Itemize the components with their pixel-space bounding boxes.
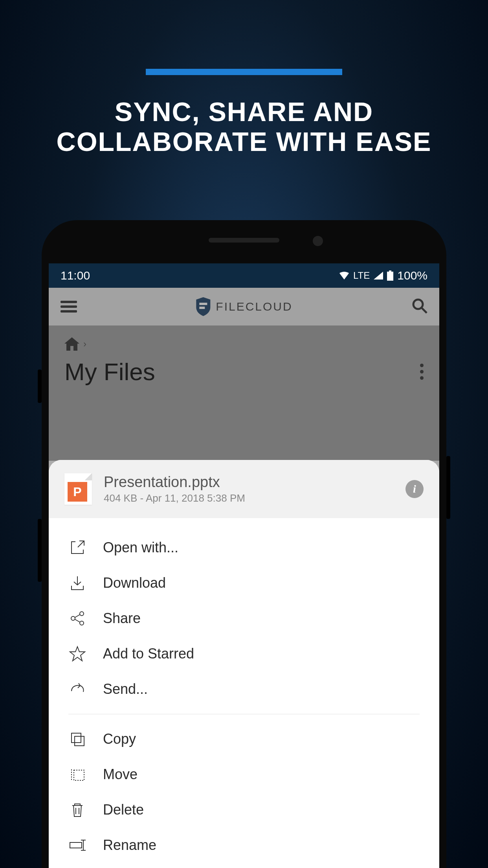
filecloud-logo-icon	[195, 297, 211, 316]
status-battery: 100%	[397, 269, 427, 282]
search-button[interactable]	[412, 298, 427, 315]
svg-rect-11	[74, 770, 84, 780]
action-share[interactable]: Share	[68, 601, 420, 636]
promo-title: SYNC, SHARE AND COLLABORATE WITH EASE	[0, 97, 488, 156]
rename-icon	[68, 836, 86, 854]
star-icon	[68, 645, 86, 663]
action-add-starred[interactable]: Add to Starred	[68, 636, 420, 671]
status-time: 11:00	[61, 269, 90, 282]
file-meta: 404 KB - Apr 11, 2018 5:38 PM	[104, 492, 394, 504]
action-label: Delete	[103, 802, 144, 818]
action-send[interactable]: Send...	[68, 671, 420, 707]
copy-icon	[68, 730, 86, 748]
sheet-header: P Presentation.pptx 404 KB - Apr 11, 201…	[49, 460, 439, 518]
download-icon	[68, 574, 86, 592]
action-list: Open with... Download Share	[49, 518, 439, 863]
action-label: Add to Starred	[103, 645, 194, 662]
promo-title-line2: COLLABORATE WITH EASE	[57, 127, 432, 156]
page-title: My Files	[64, 358, 155, 386]
signal-icon	[374, 272, 383, 280]
phone-camera	[313, 236, 323, 246]
svg-point-2	[413, 300, 423, 309]
battery-icon	[387, 270, 393, 281]
more-options-button[interactable]	[420, 364, 424, 380]
brand-text: FILECLOUD	[216, 300, 292, 313]
home-icon	[64, 337, 79, 351]
svg-point-4	[71, 616, 75, 620]
file-info-button[interactable]: i	[405, 480, 424, 498]
svg-rect-9	[72, 733, 81, 743]
svg-line-7	[75, 614, 80, 618]
promo-title-line1: SYNC, SHARE AND	[115, 97, 373, 127]
trash-icon	[68, 801, 86, 819]
svg-rect-0	[389, 270, 391, 272]
move-icon	[68, 765, 86, 783]
status-network: LTE	[353, 270, 370, 281]
svg-rect-1	[387, 272, 393, 281]
status-bar: 11:00 LTE 100%	[49, 263, 439, 288]
breadcrumb[interactable]: ›	[64, 337, 424, 351]
action-label: Move	[103, 766, 138, 783]
action-divider	[68, 714, 420, 714]
action-label: Download	[103, 575, 166, 591]
file-name: Presentation.pptx	[104, 474, 394, 491]
phone-speaker	[209, 238, 279, 243]
file-icon-letter: P	[68, 482, 87, 502]
action-download[interactable]: Download	[68, 565, 420, 601]
svg-line-8	[75, 619, 80, 622]
action-label: Send...	[103, 681, 148, 697]
action-move[interactable]: Move	[68, 757, 420, 792]
phone-side-button	[446, 456, 450, 519]
open-external-icon	[68, 539, 86, 557]
promo-accent-bar	[146, 69, 342, 75]
action-copy[interactable]: Copy	[68, 721, 420, 757]
breadcrumb-section: › My Files	[49, 326, 439, 394]
action-label: Share	[103, 610, 141, 627]
chevron-right-icon: ›	[83, 338, 86, 349]
phone-side-button	[38, 370, 42, 403]
svg-rect-10	[75, 736, 84, 746]
app-header: FILECLOUD	[49, 288, 439, 326]
svg-rect-13	[70, 842, 82, 848]
action-rename[interactable]: Rename	[68, 828, 420, 863]
phone-side-button	[38, 519, 42, 582]
svg-point-5	[80, 612, 84, 616]
app-brand: FILECLOUD	[195, 297, 292, 316]
file-action-sheet: P Presentation.pptx 404 KB - Apr 11, 201…	[49, 460, 439, 868]
powerpoint-file-icon: P	[64, 473, 92, 505]
phone-screen: 11:00 LTE 100% FILECLOUD	[49, 263, 439, 868]
svg-line-3	[422, 308, 427, 313]
menu-button[interactable]	[61, 301, 77, 313]
action-delete[interactable]: Delete	[68, 792, 420, 828]
send-icon	[68, 680, 86, 698]
action-label: Open with...	[103, 539, 178, 556]
action-label: Rename	[103, 837, 156, 853]
share-icon	[68, 609, 86, 627]
phone-frame: 11:00 LTE 100% FILECLOUD	[42, 220, 446, 868]
action-open-with[interactable]: Open with...	[68, 530, 420, 565]
wifi-icon	[339, 272, 349, 280]
svg-point-6	[80, 621, 84, 625]
action-label: Copy	[103, 731, 136, 747]
